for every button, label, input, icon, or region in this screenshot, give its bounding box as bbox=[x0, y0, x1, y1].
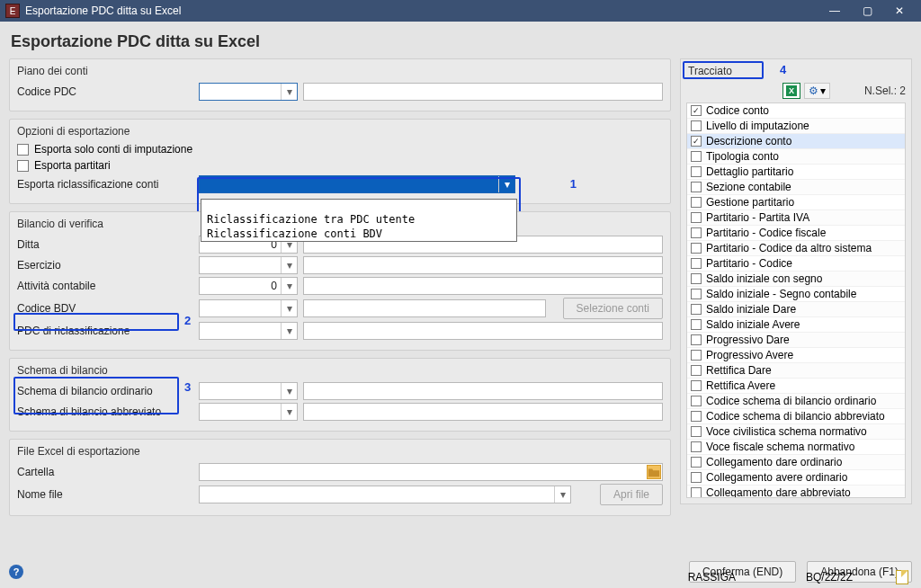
codice-pdc-desc[interactable] bbox=[303, 83, 663, 101]
tracciato-item-label: Voce civilistica schema normativo bbox=[706, 425, 867, 438]
checkbox-icon bbox=[691, 396, 702, 406]
tracciato-item[interactable]: Rettifica Avere bbox=[687, 379, 905, 394]
tracciato-item-label: Partitario - Codice fiscale bbox=[706, 227, 826, 239]
checkbox-icon bbox=[691, 151, 702, 162]
tracciato-item[interactable]: Collegamento dare ordinario bbox=[687, 455, 905, 470]
codice-bdv-desc[interactable] bbox=[303, 299, 546, 317]
riclass-label: Esporta riclassificazione conti bbox=[17, 178, 193, 191]
group-title: Schema di bilancio bbox=[17, 362, 663, 377]
tracciato-item-label: Voce fiscale schema normativo bbox=[706, 441, 854, 453]
tracciato-panel: Tracciato 4 X ⚙ ▾ N.Sel.: 2 ✓Codice cont… bbox=[680, 58, 912, 504]
chk-partitari[interactable]: Esporta partitari bbox=[17, 159, 663, 172]
attivita-label: Attività contabile bbox=[17, 280, 193, 292]
browse-folder-icon[interactable] bbox=[647, 465, 661, 479]
tracciato-item-label: Collegamento dare ordinario bbox=[706, 456, 842, 468]
tracciato-item[interactable]: Collegamento avere ordinario bbox=[687, 470, 905, 486]
tracciato-item[interactable]: Progressivo Avere bbox=[687, 348, 905, 363]
tracciato-item-label: Dettaglio partitario bbox=[706, 165, 793, 178]
tracciato-list[interactable]: ✓Codice contoLivello di imputazione✓Desc… bbox=[686, 102, 906, 498]
annotation-2: 2 bbox=[184, 314, 191, 327]
group-schema-bilancio: Schema di bilancio Schema di bilancio or… bbox=[9, 358, 671, 432]
schema-abbr-desc[interactable] bbox=[303, 403, 663, 421]
schema-ord-desc[interactable] bbox=[303, 382, 663, 400]
pdc-riclass-desc[interactable] bbox=[303, 322, 663, 340]
tracciato-item[interactable]: Gestione partitario bbox=[687, 195, 905, 210]
codice-bdv-combo[interactable]: ▾ bbox=[199, 299, 298, 317]
chk-label: Esporta partitari bbox=[34, 159, 111, 172]
tracciato-item[interactable]: Saldo iniziale Dare bbox=[687, 302, 905, 317]
close-button[interactable]: ✕ bbox=[883, 0, 916, 22]
app-icon: E bbox=[5, 4, 20, 18]
tracciato-item[interactable]: Saldo iniziale con segno bbox=[687, 272, 905, 287]
tracciato-item[interactable]: Tipologia conto bbox=[687, 149, 905, 165]
tracciato-item-label: Rettifica Dare bbox=[706, 364, 772, 377]
schema-ord-combo[interactable]: ▾ bbox=[199, 382, 298, 400]
help-icon[interactable]: ? bbox=[9, 565, 23, 579]
pdc-riclass-combo[interactable]: ▾ bbox=[199, 322, 298, 340]
tracciato-item[interactable]: Rettifica Dare bbox=[687, 363, 905, 379]
tracciato-item[interactable]: Saldo iniziale - Segno contabile bbox=[687, 287, 905, 302]
chevron-down-icon: ▾ bbox=[281, 257, 297, 273]
dropdown-item[interactable] bbox=[201, 200, 516, 212]
chevron-down-icon: ▾ bbox=[281, 300, 297, 316]
tracciato-item-label: Collegamento avere ordinario bbox=[706, 471, 847, 484]
group-title: Opzioni di esportazione bbox=[17, 123, 663, 138]
checkbox-icon bbox=[691, 243, 702, 254]
riclass-combo[interactable]: ▾ bbox=[199, 175, 515, 193]
tracciato-item[interactable]: Progressivo Dare bbox=[687, 333, 905, 348]
checkbox-icon bbox=[691, 289, 702, 299]
checkbox-icon bbox=[691, 441, 702, 452]
schema-abbr-label: Schema di bilancio abbreviato bbox=[17, 405, 193, 418]
tracciato-item[interactable]: Livello di imputazione bbox=[687, 119, 905, 134]
schema-abbr-combo[interactable]: ▾ bbox=[199, 403, 298, 421]
chevron-down-icon: ▾ bbox=[281, 383, 297, 399]
codice-pdc-combo[interactable]: ▾ bbox=[199, 83, 298, 101]
checkbox-icon bbox=[17, 144, 29, 156]
selezione-conti-button[interactable]: Selezione conti bbox=[563, 298, 663, 319]
tracciato-item[interactable]: Partitario - Partita IVA bbox=[687, 210, 905, 226]
tracciato-item-label: Saldo iniziale - Segno contabile bbox=[706, 288, 856, 300]
esercizio-combo[interactable]: ▾ bbox=[199, 256, 298, 274]
checkbox-icon bbox=[691, 227, 702, 238]
checkbox-icon bbox=[691, 365, 702, 376]
tracciato-item[interactable]: Partitario - Codice bbox=[687, 256, 905, 272]
chk-imputazione[interactable]: Esporta solo conti di imputazione bbox=[17, 143, 663, 156]
chevron-down-icon: ▾ bbox=[820, 85, 826, 97]
attivita-combo[interactable]: 0▾ bbox=[199, 277, 298, 295]
checkbox-icon bbox=[691, 426, 702, 437]
checkbox-icon bbox=[691, 120, 702, 131]
tracciato-item[interactable]: Dettaglio partitario bbox=[687, 165, 905, 180]
tracciato-item[interactable]: Voce fiscale schema normativo bbox=[687, 440, 905, 455]
tracciato-item-label: Descrizione conto bbox=[706, 135, 791, 147]
dropdown-item[interactable]: Riclassificazione conti BDV bbox=[201, 227, 516, 241]
tracciato-item-label: Livello di imputazione bbox=[706, 120, 809, 132]
tracciato-config-button[interactable]: ⚙ ▾ bbox=[804, 83, 830, 99]
tracciato-item[interactable]: Collegamento dare abbreviato bbox=[687, 486, 905, 498]
apri-file-button[interactable]: Apri file bbox=[600, 484, 663, 505]
tracciato-item[interactable]: Codice schema di bilancio ordinario bbox=[687, 394, 905, 409]
group-piano-dei-conti: Piano dei conti Codice PDC ▾ bbox=[9, 58, 671, 111]
cartella-input[interactable] bbox=[199, 463, 663, 481]
tracciato-item[interactable]: Partitario - Codice fiscale bbox=[687, 226, 905, 241]
annotation-3: 3 bbox=[184, 380, 191, 394]
checkbox-icon bbox=[691, 380, 702, 391]
dropdown-item[interactable]: Riclassificazione tra PDC utente bbox=[201, 212, 516, 227]
tracciato-item[interactable]: Partitario - Codice da altro sistema bbox=[687, 241, 905, 256]
excel-icon[interactable]: X bbox=[782, 83, 800, 99]
attivita-desc[interactable] bbox=[303, 277, 663, 295]
document-icon[interactable] bbox=[896, 570, 908, 584]
tracciato-item-label: Codice conto bbox=[706, 104, 769, 117]
checkbox-icon bbox=[691, 411, 702, 422]
tracciato-item[interactable]: Voce civilistica schema normativo bbox=[687, 424, 905, 440]
maximize-button[interactable]: ▢ bbox=[851, 0, 883, 22]
esercizio-desc[interactable] bbox=[303, 256, 663, 274]
esercizio-label: Esercizio bbox=[17, 259, 193, 272]
tracciato-item[interactable]: Sezione contabile bbox=[687, 180, 905, 195]
tracciato-item[interactable]: ✓Codice conto bbox=[687, 103, 905, 119]
minimize-button[interactable]: — bbox=[818, 0, 851, 22]
tracciato-item[interactable]: ✓Descrizione conto bbox=[687, 134, 905, 149]
checkbox-icon bbox=[691, 304, 702, 315]
tracciato-item[interactable]: Codice schema di bilancio abbreviato bbox=[687, 409, 905, 424]
nomefile-combo[interactable]: ▾ bbox=[199, 486, 571, 503]
tracciato-item[interactable]: Saldo iniziale Avere bbox=[687, 317, 905, 333]
